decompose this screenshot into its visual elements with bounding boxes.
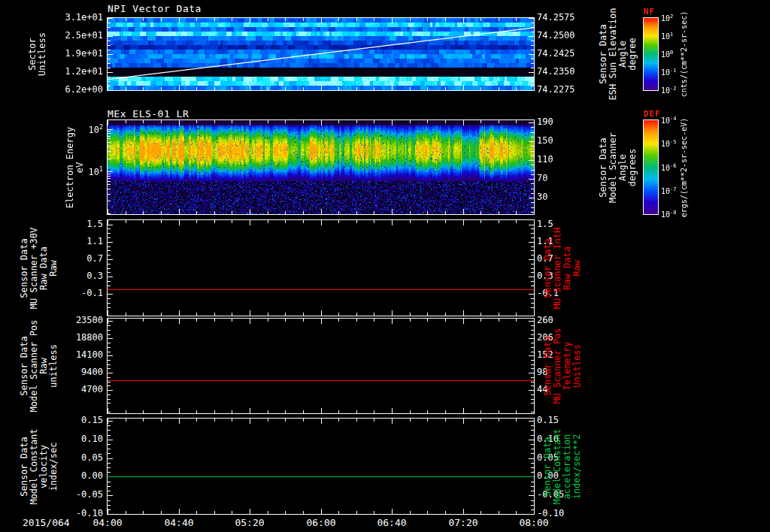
tick-mark [480,211,481,214]
colorbar-tick-label: 10-1 [661,68,676,77]
tick-mark [410,410,411,413]
tick-mark [108,237,111,238]
tick-mark [321,310,322,316]
tick-mark [108,338,113,339]
tick-mark [374,211,374,214]
tick-mark [250,319,250,324]
x-tick-label: 08:00 [519,517,548,528]
tick-mark [529,514,534,515]
tick-mark [531,68,534,68]
y-tick-label-right: 74.2350 [537,66,590,77]
tick-mark [531,394,534,395]
tick-mark [516,220,517,223]
tick-mark [126,18,126,21]
data-line-model-scanner-pos-panel [108,380,534,381]
tick-mark [232,87,232,90]
tick-mark [531,228,534,229]
tick-mark [480,511,481,514]
tick-mark [531,151,534,152]
tick-mark [250,209,250,214]
tick-mark [529,440,534,440]
tick-mark [338,87,339,90]
tick-mark [108,343,111,343]
tick-mark [356,319,357,322]
tick-mark [529,495,534,496]
left-axis-label-model-scanner-pos-panel: Sensor Data Model Scanner Pos Raw unitle… [20,320,59,413]
tick-mark [499,87,499,90]
tick-mark [499,220,499,223]
tick-mark [303,511,304,514]
tick-mark [529,390,534,391]
tick-mark [285,319,286,322]
tick-mark [108,472,111,473]
tick-mark [214,120,215,123]
tick-mark [410,87,411,90]
tick-mark [499,319,499,322]
panel-title-mex-els: MEx ELS-01 LR [108,108,189,119]
tick-mark [108,81,111,82]
tick-mark [214,220,215,223]
tick-mark [531,255,534,255]
tick-mark [531,482,534,482]
x-tick-label: 06:00 [306,517,335,528]
tick-mark [108,486,111,487]
tick-mark [529,373,534,373]
tick-mark [531,412,534,413]
tick-mark [531,281,534,282]
tick-mark [427,410,428,413]
tick-mark [531,237,534,238]
tick-mark [531,170,534,171]
tick-mark [268,18,268,21]
tick-mark [534,85,535,90]
tick-mark [356,419,357,422]
tick-mark [108,136,111,137]
tick-mark [108,458,113,459]
y-tick-label-right: 70 [537,173,590,183]
colorbar-tick-label: 10-7 [661,186,676,195]
tick-mark [108,435,111,436]
tick-mark [250,120,250,125]
tick-mark [108,368,111,369]
tick-mark [285,313,286,316]
tick-mark [374,313,374,316]
tick-mark [268,511,268,514]
tick-mark [108,72,113,73]
y-tick-label-left: 0.05 [56,452,103,463]
tick-mark [268,410,268,413]
tick-mark [268,319,268,322]
tick-mark [531,272,534,273]
tick-mark [531,403,534,404]
tick-mark [531,50,534,50]
tick-mark [529,421,534,422]
tick-mark [480,18,481,21]
tick-mark [531,509,534,510]
tick-mark [531,81,534,82]
tick-mark [321,319,322,324]
tick-mark [161,313,162,316]
x-tick-label: 04:00 [92,517,122,528]
tick-mark [250,220,250,225]
tick-mark [108,268,111,269]
y-tick-label-left: 14100 [56,349,103,360]
tick-mark [531,183,534,184]
tick-mark [531,202,534,203]
tick-mark [232,319,232,322]
y-tick-label-left: 9400 [56,367,103,377]
tick-mark [480,410,481,413]
tick-mark [108,68,111,68]
tick-mark [529,294,534,295]
tick-mark [108,184,111,185]
tick-mark [108,131,111,131]
tick-mark [196,419,197,422]
tick-mark [392,120,393,125]
tick-mark [529,18,534,19]
tick-mark [516,313,517,316]
tick-mark [531,435,534,436]
tick-mark [108,142,111,143]
tick-mark [529,36,534,37]
tick-mark [303,120,304,123]
tick-mark [108,303,111,304]
y-tick-label-left: 1.2e+01 [56,66,103,77]
tick-mark [108,514,113,515]
tick-mark [108,444,111,445]
